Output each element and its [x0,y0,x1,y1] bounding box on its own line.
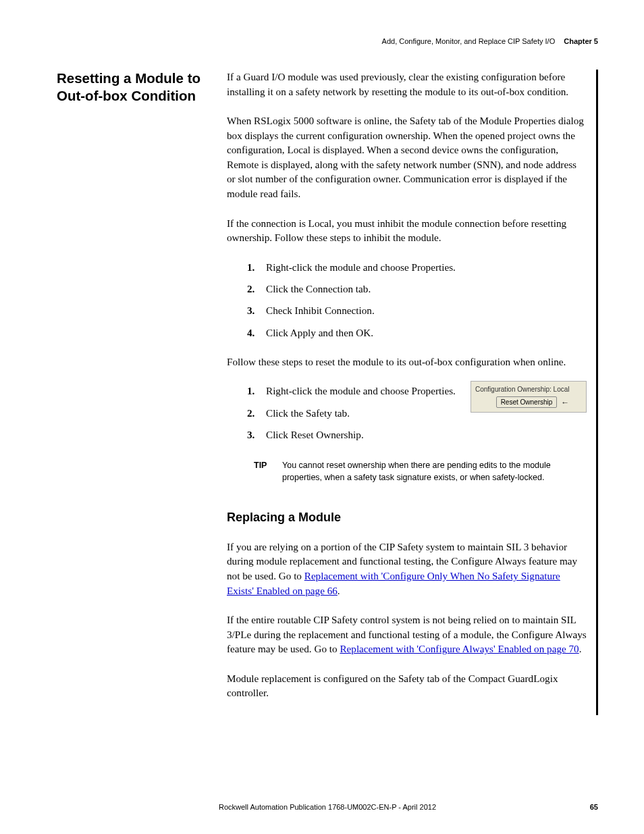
page-container: Add, Configure, Monitor, and Replace CIP… [0,0,644,834]
list-item: 4.Click Apply and then OK. [247,325,587,340]
paragraph-5: If you are relying on a portion of the C… [227,540,587,598]
section-heading: Resetting a Module to Out-of-box Conditi… [57,70,216,104]
left-arrow-icon: ← [561,398,569,407]
running-header: Add, Configure, Monitor, and Replace CIP… [57,37,598,45]
tip-block: TIP You cannot reset ownership when ther… [254,460,587,484]
right-column: If a Guard I/O module was used previousl… [227,70,587,715]
reset-steps-list: 1.Right-click the module and choose Prop… [247,384,462,449]
paragraph-6: If the entire routable CIP Safety contro… [227,613,587,656]
header-chapter: Chapter 5 [564,37,598,45]
page-footer: Rockwell Automation Publication 1768-UM0… [57,803,598,811]
tip-text: You cannot reset ownership when there ar… [282,460,587,484]
list-item: 1.Right-click the module and choose Prop… [247,260,587,274]
content-area: Resetting a Module to Out-of-box Conditi… [57,70,598,715]
inhibit-steps-list: 1.Right-click the module and choose Prop… [247,260,587,340]
list-item: 3.Check Inhibit Connection. [247,303,587,317]
list-item: 1.Right-click the module and choose Prop… [247,384,462,398]
paragraph-4: Follow these steps to reset the module t… [227,355,587,369]
config-ownership-panel: Configuration Ownership: Local Reset Own… [471,381,587,413]
header-title: Add, Configure, Monitor, and Replace CIP… [382,37,556,45]
paragraph-2: When RSLogix 5000 software is online, th… [227,113,587,201]
reset-button-row: Reset Ownership ← [475,396,582,408]
list-item: 3.Click Reset Ownership. [247,427,462,442]
list-item: 2.Click the Safety tab. [247,406,462,420]
page-number: 65 [571,803,598,811]
sub-heading-replacing: Replacing a Module [227,511,587,525]
reset-ownership-button[interactable]: Reset Ownership [496,396,558,408]
left-column: Resetting a Module to Out-of-box Conditi… [57,70,227,104]
paragraph-3: If the connection is Local, you must inh… [227,216,587,245]
list-item: 2.Click the Connection tab. [247,282,587,296]
config-ownership-label: Configuration Ownership: Local [475,386,582,393]
reset-steps-row: 1.Right-click the module and choose Prop… [227,384,587,457]
tip-label: TIP [254,460,282,484]
paragraph-1: If a Guard I/O module was used previousl… [227,70,587,99]
link-configure-always[interactable]: Replacement with 'Configure Always' Enab… [340,643,579,654]
publication-info: Rockwell Automation Publication 1768-UM0… [84,803,571,811]
paragraph-7: Module replacement is configured on the … [227,671,587,700]
